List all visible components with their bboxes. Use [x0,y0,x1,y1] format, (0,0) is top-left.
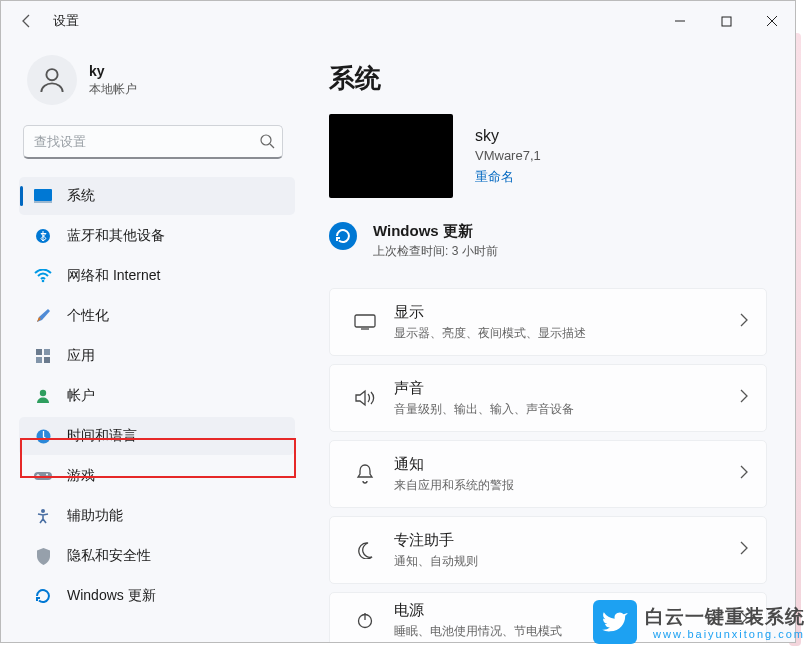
nav-list: 系统 蓝牙和其他设备 网络和 Internet 个性化 应用 [19,177,295,615]
card-title: 声音 [394,379,739,398]
card-sub: 显示器、亮度、夜间模式、显示描述 [394,325,739,342]
chevron-right-icon [739,541,748,559]
device-name: sky [475,127,541,145]
user-name: ky [89,63,137,79]
svg-point-6 [42,280,45,283]
update-title: Windows 更新 [373,222,498,241]
nav-label: 蓝牙和其他设备 [67,227,165,245]
nav-label: 网络和 Internet [67,267,160,285]
nav-label: 应用 [67,347,95,365]
device-thumbnail [329,114,453,198]
display-icon [348,314,382,330]
card-sub: 通知、自动规则 [394,553,739,570]
search-box [23,125,285,159]
card-focus-assist[interactable]: 专注助手 通知、自动规则 [329,516,767,584]
back-button[interactable] [7,1,47,41]
sound-icon [348,389,382,407]
card-notifications[interactable]: 通知 来自应用和系统的警报 [329,440,767,508]
wifi-icon [33,266,53,286]
nav-item-gaming[interactable]: 游戏 [19,457,295,495]
page-title: 系统 [329,61,767,96]
maximize-button[interactable] [703,1,749,41]
svg-point-16 [41,509,45,513]
nav-item-windows-update[interactable]: Windows 更新 [19,577,295,615]
svg-rect-9 [36,357,42,363]
svg-rect-17 [355,315,375,327]
accessibility-icon [33,506,53,526]
update-badge-icon [329,222,357,250]
arrow-left-icon [19,13,35,29]
svg-rect-7 [36,349,42,355]
rename-link[interactable]: 重命名 [475,168,541,186]
svg-rect-4 [34,201,52,203]
device-info: sky VMware7,1 重命名 [329,114,767,198]
card-sub: 睡眠、电池使用情况、节电模式 [394,623,739,640]
update-icon [33,586,53,606]
nav-item-network[interactable]: 网络和 Internet [19,257,295,295]
windows-update-summary[interactable]: Windows 更新 上次检查时间: 3 小时前 [329,222,767,260]
gaming-icon [33,466,53,486]
search-input[interactable] [23,125,283,159]
nav-label: Windows 更新 [67,587,156,605]
chevron-right-icon [739,389,748,407]
app-title: 设置 [53,12,79,30]
moon-icon [348,541,382,559]
person-icon [36,64,68,96]
card-sub: 音量级别、输出、输入、声音设备 [394,401,739,418]
card-sub: 来自应用和系统的警报 [394,477,739,494]
card-power[interactable]: 电源 睡眠、电池使用情况、节电模式 [329,592,767,642]
settings-window: 设置 ky 本地帐户 [0,0,796,643]
nav-item-time-language[interactable]: 时间和语言 [19,417,295,455]
nav-item-system[interactable]: 系统 [19,177,295,215]
svg-rect-0 [722,17,731,26]
close-icon [766,15,778,27]
brush-icon [33,306,53,326]
card-sound[interactable]: 声音 音量级别、输出、输入、声音设备 [329,364,767,432]
avatar [27,55,77,105]
user-type: 本地帐户 [89,81,137,98]
card-title: 通知 [394,455,739,474]
update-sub: 上次检查时间: 3 小时前 [373,243,498,260]
clock-globe-icon [33,426,53,446]
nav-label: 辅助功能 [67,507,123,525]
minimize-button[interactable] [657,1,703,41]
svg-point-14 [46,474,48,476]
nav-item-accessibility[interactable]: 辅助功能 [19,497,295,535]
svg-point-1 [46,69,57,80]
chevron-right-icon [739,611,748,629]
card-display[interactable]: 显示 显示器、亮度、夜间模式、显示描述 [329,288,767,356]
nav-label: 系统 [67,187,95,205]
power-icon [348,611,382,629]
nav-item-bluetooth[interactable]: 蓝牙和其他设备 [19,217,295,255]
svg-point-11 [40,390,46,396]
nav-label: 游戏 [67,467,95,485]
minimize-icon [674,15,686,27]
svg-point-15 [48,476,50,478]
bluetooth-icon [33,226,53,246]
apps-icon [33,346,53,366]
nav-item-accounts[interactable]: 帐户 [19,377,295,415]
window-controls [657,1,795,41]
svg-rect-8 [44,349,50,355]
nav-item-privacy[interactable]: 隐私和安全性 [19,537,295,575]
title-bar: 设置 [1,1,795,41]
svg-rect-3 [34,189,52,201]
user-profile[interactable]: ky 本地帐户 [23,55,285,105]
shield-icon [33,546,53,566]
account-icon [33,386,53,406]
svg-rect-10 [44,357,50,363]
sidebar: ky 本地帐户 系统 蓝牙和其他设备 [1,41,301,642]
nav-item-personalization[interactable]: 个性化 [19,297,295,335]
card-title: 专注助手 [394,531,739,550]
system-icon [33,186,53,206]
settings-cards: 显示 显示器、亮度、夜间模式、显示描述 声音 音量级别、输出、输入、声音设备 [329,288,767,642]
main-panel: 系统 sky VMware7,1 重命名 Windows 更新 上次检查时间: … [301,41,795,642]
close-button[interactable] [749,1,795,41]
nav-item-apps[interactable]: 应用 [19,337,295,375]
chevron-right-icon [739,465,748,483]
nav-label: 个性化 [67,307,109,325]
nav-label: 时间和语言 [67,427,137,445]
card-title: 电源 [394,601,739,620]
chevron-right-icon [739,313,748,331]
content-area: ky 本地帐户 系统 蓝牙和其他设备 [1,41,795,642]
